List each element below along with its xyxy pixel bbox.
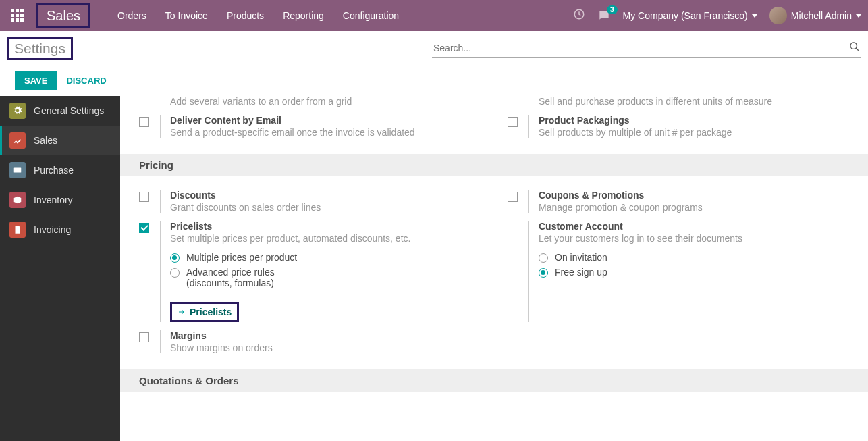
nav-orders[interactable]: Orders — [117, 10, 146, 21]
checkbox-discounts[interactable] — [139, 192, 149, 202]
setting-title: Customer Account — [539, 221, 849, 232]
action-bar: SAVE DISCARD — [0, 66, 868, 96]
sidebar-item-label: Inventory — [34, 194, 73, 205]
checkbox-pricelists[interactable] — [139, 223, 149, 233]
settings-content: Add several variants to an order from a … — [120, 96, 868, 441]
chevron-down-icon — [752, 14, 757, 18]
section-quotations: Quotations & Orders — [120, 369, 868, 392]
pricelist-mode-group: Multiple prices per product Advanced pri… — [170, 252, 481, 288]
nav-right: 3 My Company (San Francisco) Mitchell Ad… — [573, 7, 861, 24]
nav-products[interactable]: Products — [227, 10, 264, 21]
apps-icon[interactable] — [11, 9, 24, 22]
radio-label: Multiple prices per product — [186, 252, 297, 263]
box-icon — [9, 192, 26, 208]
user-name: Mitchell Admin — [791, 10, 852, 21]
setting-desc: Add several variants to an order from a … — [170, 96, 481, 107]
checkbox-coupons[interactable] — [508, 192, 518, 202]
save-button[interactable]: SAVE — [15, 71, 57, 90]
setting-desc: Sell products by multiple of unit # per … — [539, 127, 849, 138]
setting-desc: Grant discounts on sales order lines — [170, 202, 481, 213]
link-label: Pricelists — [190, 307, 232, 317]
avatar — [769, 7, 787, 24]
checkbox-margins[interactable] — [139, 332, 149, 342]
chart-icon — [9, 132, 26, 149]
sidebar-item-inventory[interactable]: Inventory — [0, 185, 120, 215]
sidebar-item-label: Sales — [34, 135, 57, 146]
breadcrumb-bar: Settings — [0, 31, 868, 66]
sidebar-item-label: General Settings — [34, 105, 104, 116]
search-wrap — [432, 38, 861, 58]
gear-icon — [9, 103, 26, 119]
top-navbar: Sales Orders To Invoice Products Reporti… — [0, 0, 868, 31]
setting-title: Discounts — [170, 190, 481, 201]
setting-desc: Send a product-specific email once the i… — [170, 127, 481, 138]
document-icon — [9, 222, 26, 238]
setting-desc: Let your customers log in to see their d… — [539, 233, 849, 244]
sidebar-item-label: Purchase — [34, 165, 74, 176]
radio-free-signup[interactable] — [539, 268, 548, 278]
sidebar-item-label: Invoicing — [34, 224, 71, 235]
body: General Settings Sales Purchase Inventor… — [0, 96, 868, 441]
radio-on-invitation[interactable] — [539, 253, 548, 263]
setting-title: Coupons & Promotions — [539, 190, 849, 201]
setting-title: Margins — [170, 330, 481, 341]
company-name: My Company (San Francisco) — [623, 10, 748, 21]
nav-to-invoice[interactable]: To Invoice — [165, 10, 208, 21]
setting-title: Deliver Content by Email — [170, 115, 481, 126]
customer-account-group: On invitation Free sign up — [539, 252, 849, 278]
setting-desc: Show margins on orders — [170, 342, 481, 353]
arrow-right-icon — [178, 308, 186, 316]
sidebar-item-general[interactable]: General Settings — [0, 96, 120, 126]
radio-label: Advanced price rules (discounts, formula… — [186, 267, 275, 288]
search-icon[interactable] — [849, 41, 860, 55]
setting-title: Pricelists — [170, 221, 481, 232]
sidebar-item-purchase[interactable]: Purchase — [0, 155, 120, 185]
setting-title: Product Packagings — [539, 115, 849, 126]
messages-icon[interactable]: 3 — [597, 9, 611, 22]
radio-advanced-rules[interactable] — [170, 268, 180, 278]
sidebar-item-sales[interactable]: Sales — [0, 126, 120, 155]
checkbox-deliver-email[interactable] — [139, 117, 149, 127]
page-title: Settings — [7, 37, 73, 60]
user-menu[interactable]: Mitchell Admin — [769, 7, 861, 24]
setting-desc: Sell and purchase products in different … — [539, 96, 849, 107]
svg-rect-1 — [14, 168, 22, 173]
pricelists-link[interactable]: Pricelists — [170, 302, 239, 322]
company-switcher[interactable]: My Company (San Francisco) — [623, 10, 757, 21]
discard-button[interactable]: DISCARD — [66, 76, 106, 86]
section-pricing: Pricing — [120, 154, 868, 176]
setting-desc: Manage promotion & coupon programs — [539, 202, 849, 213]
nav-reporting[interactable]: Reporting — [283, 10, 324, 21]
sidebar-item-invoicing[interactable]: Invoicing — [0, 215, 120, 244]
app-brand[interactable]: Sales — [36, 3, 90, 28]
checkbox-packagings[interactable] — [508, 117, 518, 127]
radio-multiple-prices[interactable] — [170, 253, 180, 263]
settings-sidebar: General Settings Sales Purchase Inventor… — [0, 96, 120, 441]
activity-icon[interactable] — [573, 8, 585, 23]
messages-badge: 3 — [607, 5, 618, 14]
radio-label: On invitation — [555, 252, 607, 263]
setting-desc: Set multiple prices per product, automat… — [170, 233, 481, 244]
nav-links: Orders To Invoice Products Reporting Con… — [117, 10, 573, 21]
card-icon — [9, 162, 26, 178]
radio-label: Free sign up — [555, 267, 607, 278]
chevron-down-icon — [856, 14, 861, 18]
search-input[interactable] — [432, 38, 861, 58]
nav-configuration[interactable]: Configuration — [343, 10, 399, 21]
